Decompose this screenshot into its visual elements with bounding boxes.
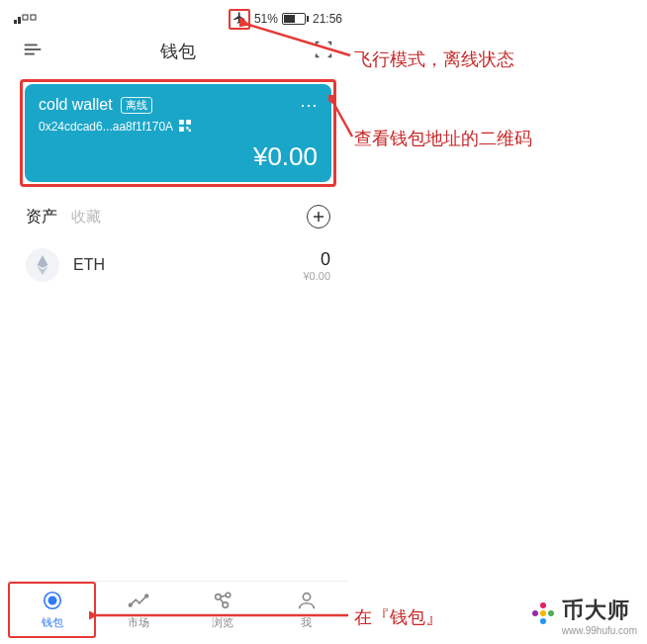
wallet-address: 0x24cdcad6...aa8f1f170A <box>39 120 173 134</box>
qr-icon[interactable] <box>179 118 191 136</box>
svg-rect-7 <box>179 120 184 125</box>
page-title: 钱包 <box>44 40 313 63</box>
asset-fiat: ¥0.00 <box>303 270 330 282</box>
wallet-more-icon[interactable]: ⋯ <box>300 94 320 116</box>
svg-point-29 <box>548 610 554 616</box>
tabbar-item-me[interactable]: 我 <box>264 582 348 638</box>
svg-point-17 <box>144 595 147 598</box>
battery-icon <box>282 13 309 25</box>
wallet-card-highlight: cold wallet 离线 ⋯ 0x24cdcad6...aa8f1f170A… <box>20 79 336 187</box>
status-right: 51% 21:56 <box>229 9 342 30</box>
svg-rect-3 <box>31 15 36 20</box>
asset-symbol: ETH <box>73 256 303 274</box>
assets-tabs-row: 资产 收藏 <box>8 197 348 234</box>
tabbar-label: 钱包 <box>42 615 63 630</box>
wallet-balance: ¥0.00 <box>39 141 318 172</box>
market-tab-icon <box>128 590 149 613</box>
svg-point-30 <box>540 618 546 624</box>
annotation-qr: 查看钱包地址的二维码 <box>354 127 532 150</box>
status-left <box>14 12 44 27</box>
svg-rect-11 <box>189 130 191 132</box>
tabbar-label: 市场 <box>128 615 149 630</box>
svg-point-15 <box>48 597 55 603</box>
wallet-tab-icon <box>42 590 63 613</box>
tabbar-item-market[interactable]: 市场 <box>96 582 180 638</box>
tabbar-label: 我 <box>301 615 312 630</box>
watermark: 币大师 www.99hufu.com <box>530 596 637 636</box>
svg-point-19 <box>226 593 231 598</box>
tabbar-label: 浏览 <box>212 615 233 630</box>
annotation-airplane: 飞行模式，离线状态 <box>354 47 514 71</box>
clock: 21:56 <box>313 12 342 26</box>
asset-item-eth[interactable]: ETH 0 ¥0.00 <box>8 234 348 296</box>
wallet-name: cold wallet <box>39 96 113 114</box>
tab-assets[interactable]: 资产 <box>26 207 57 228</box>
svg-rect-9 <box>179 127 184 132</box>
svg-point-28 <box>540 602 546 608</box>
add-asset-button[interactable] <box>307 205 330 229</box>
airplane-mode-highlight <box>229 9 250 30</box>
svg-rect-10 <box>186 127 188 129</box>
status-indicator-icon <box>14 12 44 27</box>
annotation-wallet-tab: 在『钱包』 <box>354 605 443 629</box>
battery-percent: 51% <box>254 12 278 26</box>
me-tab-icon <box>296 590 318 613</box>
watermark-url: www.99hufu.com <box>562 625 637 636</box>
tabbar-item-wallet[interactable]: 钱包 <box>8 582 96 638</box>
wallet-offline-badge: 离线 <box>121 97 152 114</box>
svg-rect-2 <box>23 15 28 20</box>
watermark-flower-icon <box>530 600 556 632</box>
tab-favorites[interactable]: 收藏 <box>71 208 101 227</box>
eth-icon <box>26 248 59 282</box>
svg-rect-8 <box>186 120 191 125</box>
phone-viewport: 51% 21:56 钱包 cold wallet 离线 ⋯ 0x24cdcad6… <box>8 8 348 638</box>
browse-tab-icon <box>212 590 233 613</box>
svg-point-16 <box>129 603 132 606</box>
svg-point-23 <box>303 594 310 600</box>
watermark-title: 币大师 <box>562 596 637 625</box>
asset-amount: 0 <box>303 249 330 270</box>
svg-rect-1 <box>18 17 21 24</box>
scan-icon[interactable] <box>313 39 334 64</box>
svg-point-27 <box>540 610 546 616</box>
tabbar-item-browse[interactable]: 浏览 <box>180 582 264 638</box>
svg-rect-0 <box>14 20 17 24</box>
airplane-icon <box>232 11 246 28</box>
svg-point-31 <box>532 610 538 616</box>
nav-bar: 钱包 <box>8 30 348 73</box>
svg-line-21 <box>220 598 224 603</box>
bottom-tabbar: 钱包 市场 浏览 我 <box>8 581 348 638</box>
menu-icon[interactable] <box>22 39 44 64</box>
wallet-card[interactable]: cold wallet 离线 ⋯ 0x24cdcad6...aa8f1f170A… <box>25 84 331 182</box>
status-bar: 51% 21:56 <box>8 8 348 30</box>
svg-line-22 <box>221 596 226 597</box>
